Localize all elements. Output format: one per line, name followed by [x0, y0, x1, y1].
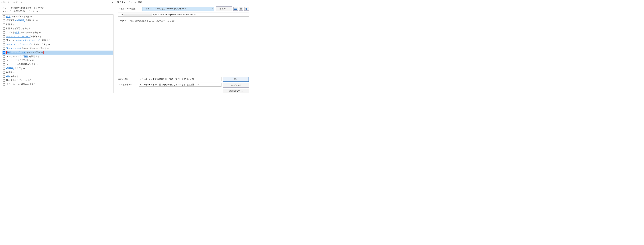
action-checkbox[interactable]: [3, 79, 5, 82]
template-list[interactable]: ●月●日～●日まで休暇のため不在にしております（△△社）: [118, 18, 249, 75]
action-checkbox[interactable]: [3, 27, 5, 30]
action-row[interactable]: 指定 フォルダーへ移動する: [2, 15, 113, 19]
file-name-field[interactable]: [139, 82, 222, 86]
path-display: C:¥ AppData¥Roaming¥Microsoft¥Templates¥…: [118, 12, 249, 16]
action-row[interactable]: 通知メッセージ を使ってサーバーで返信する: [2, 46, 113, 50]
svg-rect-4: [234, 9, 235, 10]
action-link[interactable]: (分類項目): [15, 19, 25, 22]
svg-rect-6: [240, 8, 242, 8]
redacted-path: [124, 14, 152, 16]
action-row[interactable]: (重要度) を設定する: [2, 66, 113, 70]
svg-rect-2: [234, 8, 235, 9]
view-tree-icon[interactable]: [244, 7, 249, 10]
action-link[interactable]: 指定: [6, 15, 10, 18]
action-label: 指定 フォルダーへ移動する: [6, 15, 32, 18]
action-link[interactable]: 通知メッセージ: [6, 47, 21, 50]
action-row[interactable]: 印刷する: [2, 70, 113, 74]
action-link[interactable]: 期限: [24, 55, 28, 58]
action-checkbox[interactable]: [3, 75, 5, 78]
display-name-field[interactable]: [139, 77, 222, 81]
display-name-label: 表示名(N):: [118, 78, 138, 80]
svg-rect-8: [240, 9, 242, 9]
folder-location-label: フォルダーの場所(L):: [118, 7, 141, 10]
action-link[interactable]: (重要度): [6, 67, 14, 70]
action-link[interactable]: 名前/パブリック グループ: [6, 35, 30, 38]
action-row[interactable]: メッセージ フラグ 期限 を設定する: [2, 54, 113, 58]
action-label: 名前/パブリック グループ へ転送する: [6, 35, 42, 38]
action-row[interactable]: (音) を鳴らす: [2, 74, 113, 78]
browse-button[interactable]: 参照(B)...: [216, 6, 232, 11]
action-checkbox[interactable]: [3, 16, 5, 18]
action-row[interactable]: メッセージの分類項目を消去する: [2, 62, 113, 66]
action-row[interactable]: メッセージ フラグを消去する: [2, 58, 113, 62]
action-link[interactable]: 名前/パブリック グループ: [6, 43, 30, 46]
action-row[interactable]: 削除する (復元できません): [2, 26, 113, 30]
cancel-button[interactable]: キャンセル: [223, 83, 249, 88]
action-label: 分類項目 (分類項目) を割り当てる: [6, 19, 38, 22]
action-checkbox[interactable]: [3, 32, 5, 34]
svg-rect-11: [246, 8, 247, 9]
action-row[interactable]: 削除する: [2, 22, 113, 26]
action-link[interactable]: 名前/パブリック グループ: [15, 39, 40, 42]
instruction-line1: メッセージに対する処理を選択してください: [2, 6, 114, 10]
action-label: 印刷する: [6, 71, 15, 74]
action-label: 名前/パブリック グループ にリダイレクトする: [6, 43, 50, 46]
action-label: メッセージ フラグ 期限 を設定する: [6, 55, 40, 58]
action-row[interactable]: 分類項目 (分類項目) を割り当てる: [2, 18, 113, 22]
svg-rect-0: [234, 8, 235, 8]
action-checkbox[interactable]: [3, 84, 5, 86]
action-label: 開封済みとしてマークする: [6, 79, 32, 82]
svg-rect-10: [245, 8, 246, 8]
action-checkbox[interactable]: [3, 20, 5, 22]
file-name-label: ファイル名(F):: [118, 83, 138, 86]
template-dialog-title: 返信用テンプレートの選択: [117, 1, 142, 4]
open-button[interactable]: 開く: [223, 77, 249, 82]
action-checkbox[interactable]: [3, 71, 5, 74]
action-list[interactable]: 指定 フォルダーへ移動する分類項目 (分類項目) を割り当てる削除する削除する …: [2, 14, 114, 93]
svg-rect-12: [246, 9, 247, 10]
close-icon[interactable]: ×: [246, 1, 250, 4]
advanced-button[interactable]: 詳細設定(A) >>: [223, 89, 249, 93]
action-label: 仕分けルールの処理を中止する: [6, 83, 36, 86]
action-label: 削除する (復元できません): [6, 27, 31, 30]
action-checkbox[interactable]: [3, 55, 5, 58]
action-label: 削除する: [6, 23, 15, 26]
action-label: 特定のテンプレート を使って返信する: [6, 51, 44, 54]
view-details-icon[interactable]: [239, 7, 243, 10]
action-checkbox[interactable]: [3, 44, 5, 46]
action-row[interactable]: 特定のテンプレート を使って返信する: [2, 50, 113, 54]
highlighted-action: 特定のテンプレート を使って返信する: [6, 51, 44, 54]
action-checkbox[interactable]: [3, 67, 5, 70]
action-link[interactable]: 指定: [15, 31, 20, 34]
wizard-title: 自動仕分けウィザード: [1, 1, 22, 4]
svg-rect-5: [235, 9, 237, 10]
action-checkbox[interactable]: [3, 64, 5, 66]
action-label: メッセージの分類項目を消去する: [6, 63, 38, 66]
action-row[interactable]: 仕分けルールの処理を中止する: [2, 82, 113, 86]
view-list-icon[interactable]: [234, 7, 238, 10]
close-icon[interactable]: ×: [111, 1, 114, 4]
action-label: 通知メッセージ を使ってサーバーで返信する: [6, 47, 49, 50]
template-item[interactable]: ●月●日～●日まで休暇のため不在にしております（△△社）: [120, 19, 248, 22]
action-link[interactable]: (音): [6, 75, 10, 78]
instruction-line2: ステップ 1: 処理を選択してください(C): [2, 10, 114, 13]
action-checkbox[interactable]: [3, 51, 5, 54]
action-row[interactable]: 名前/パブリック グループ にリダイレクトする: [2, 42, 113, 46]
action-checkbox[interactable]: [3, 24, 5, 26]
folder-location-value: ファイル システム内のユーザー テンプレート: [144, 7, 186, 10]
action-checkbox[interactable]: [3, 36, 5, 38]
action-row[interactable]: 添付して 名前/パブリック グループ に転送する: [2, 38, 113, 42]
folder-location-dropdown[interactable]: ファイル システム内のユーザー テンプレート ▾: [142, 6, 214, 11]
svg-rect-9: [240, 10, 242, 10]
action-row[interactable]: コピーを 指定 フォルダーへ移動する: [2, 30, 113, 34]
svg-rect-7: [240, 8, 242, 9]
action-link[interactable]: 特定のテンプレート: [7, 51, 26, 54]
action-checkbox[interactable]: [3, 40, 5, 42]
action-label: (重要度) を設定する: [6, 67, 25, 70]
action-row[interactable]: 開封済みとしてマークする: [2, 78, 113, 82]
action-label: 添付して 名前/パブリック グループ に転送する: [6, 39, 50, 42]
action-row[interactable]: 名前/パブリック グループ へ転送する: [2, 34, 113, 39]
action-checkbox[interactable]: [3, 47, 5, 50]
action-label: コピーを 指定 フォルダーへ移動する: [6, 31, 41, 34]
action-checkbox[interactable]: [3, 60, 5, 62]
